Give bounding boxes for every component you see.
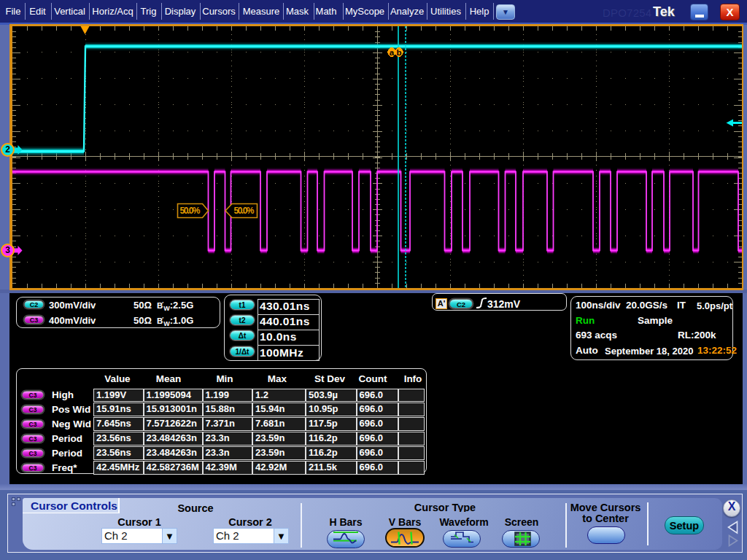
svg-text:b: b xyxy=(396,48,401,57)
svg-text:50.0%: 50.0% xyxy=(234,206,255,216)
svg-text:a: a xyxy=(390,48,395,57)
svg-text:50.0%: 50.0% xyxy=(180,206,201,216)
